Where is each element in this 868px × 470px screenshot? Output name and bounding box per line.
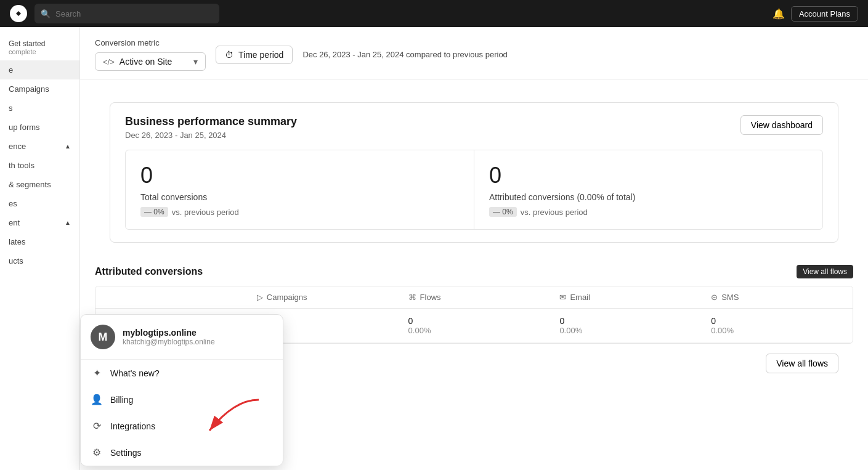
- user-popup: M myblogtips.online khatchig@myblogtips.…: [80, 314, 283, 466]
- menu-item-whats-new[interactable]: ✦ What's new?: [81, 360, 283, 386]
- sidebar-item-get-started[interactable]: Get started complete: [0, 34, 79, 60]
- menu-item-billing[interactable]: 👤 Billing: [81, 386, 283, 413]
- search-bar[interactable]: 🔍: [34, 4, 219, 23]
- col-header-campaigns: ▷ Campaigns: [247, 286, 399, 308]
- search-input[interactable]: [55, 9, 213, 18]
- integrations-icon: ⟳: [91, 420, 103, 432]
- time-period-label: Time period: [238, 50, 283, 60]
- app-logo: [10, 5, 27, 22]
- flows-icon: ⌘: [408, 293, 416, 302]
- integrations-label: Integrations: [110, 421, 155, 431]
- sidebar-item-home[interactable]: e: [0, 60, 79, 79]
- user-name: myblogtips.online: [123, 328, 215, 338]
- dash-icon-2: —: [493, 208, 502, 216]
- total-conversions-change: — 0% vs. previous period: [140, 207, 459, 217]
- attributed-conversions-change: — 0% vs. previous period: [489, 207, 808, 217]
- menu-item-settings[interactable]: ⚙ Settings: [81, 439, 283, 466]
- chevron-down-icon: ▾: [193, 57, 198, 67]
- menu-item-integrations[interactable]: ⟳ Integrations: [81, 413, 283, 439]
- sidebar-item-content[interactable]: ent ▲: [0, 213, 79, 232]
- total-conversions-label: Total conversions: [140, 192, 459, 202]
- time-period-button[interactable]: ⏱ Time period: [216, 46, 293, 64]
- settings-label: Settings: [110, 448, 142, 458]
- sms-icon: ⊝: [711, 293, 718, 302]
- col-header-email: ✉ Email: [550, 286, 701, 308]
- view-dashboard-button[interactable]: View dashboard: [740, 115, 823, 135]
- view-all-flows-tooltip: View all flows: [797, 265, 853, 278]
- attributed-conversions-value: 0: [489, 163, 808, 188]
- conversion-metric-section: Conversion metric </> Active on Site ▾: [95, 38, 206, 71]
- code-icon: </>: [103, 57, 115, 67]
- summary-title-group: Business performance summary Dec 26, 202…: [125, 115, 297, 140]
- account-plans-button[interactable]: Account Plans: [791, 6, 858, 22]
- summary-date: Dec 26, 2023 - Jan 25, 2024: [125, 131, 297, 140]
- dash-icon: —: [144, 208, 153, 216]
- sidebar-item-products[interactable]: ucts: [0, 251, 79, 270]
- vs-text: vs. previous period: [172, 208, 239, 217]
- col-header-flows: ⌘ Flows: [399, 286, 550, 308]
- attributed-header: Attributed conversions View all flows: [95, 255, 853, 286]
- conversion-metric-bar: Conversion metric </> Active on Site ▾ ⏱…: [80, 27, 868, 80]
- col-header-channel: [95, 286, 247, 308]
- campaigns-icon: ▷: [257, 293, 263, 302]
- total-conversions-value: 0: [140, 163, 459, 188]
- user-info: myblogtips.online khatchig@myblogtips.on…: [123, 328, 215, 346]
- summary-header: Business performance summary Dec 26, 202…: [125, 115, 823, 140]
- view-all-flows-button-bottom[interactable]: View all flows: [766, 354, 838, 373]
- table-header: ▷ Campaigns ⌘ Flows ✉ Email ⊝ SMS: [95, 286, 853, 309]
- col-header-sms: ⊝ SMS: [701, 286, 853, 308]
- user-popup-header: M myblogtips.online khatchig@myblogtips.…: [81, 315, 283, 360]
- cell-sms: 0 0.00%: [701, 309, 853, 342]
- total-conversions-metric: 0 Total conversions — 0% vs. previous pe…: [126, 150, 474, 229]
- date-range-text: Dec 26, 2023 - Jan 25, 2024 compared to …: [302, 49, 507, 61]
- sidebar-item-campaigns[interactable]: Campaigns: [0, 79, 79, 99]
- nav-right-actions: 🔔 Account Plans: [773, 6, 858, 22]
- vs-text-2: vs. previous period: [521, 208, 588, 217]
- summary-section: Business performance summary Dec 26, 202…: [80, 80, 868, 243]
- billing-icon: 👤: [91, 394, 103, 405]
- attributed-conversions-label: Attributed conversions (0.00% of total): [489, 192, 808, 202]
- sidebar-item-profiles[interactable]: es: [0, 194, 79, 213]
- top-navigation: 🔍 🔔 Account Plans: [0, 0, 868, 27]
- timer-icon: ⏱: [225, 50, 233, 60]
- sidebar: Get started complete e Campaigns s up fo…: [0, 27, 80, 470]
- conversion-metric-selector[interactable]: </> Active on Site ▾: [95, 52, 206, 71]
- change-badge: — 0%: [140, 207, 168, 217]
- cell-email: 0 0.00%: [550, 309, 701, 342]
- notifications-icon[interactable]: 🔔: [773, 8, 785, 20]
- sidebar-item-growth-tools[interactable]: th tools: [0, 156, 79, 175]
- avatar: M: [91, 325, 115, 349]
- attributed-conversions-metric: 0 Attributed conversions (0.00% of total…: [474, 150, 822, 229]
- metric-selector-value: Active on Site: [120, 57, 172, 67]
- billing-label: Billing: [110, 395, 133, 405]
- chevron-up-icon: ▲: [65, 143, 71, 150]
- cell-flows: 0 0.00%: [399, 309, 550, 342]
- sidebar-item-intelligence[interactable]: ence ▲: [0, 137, 79, 156]
- sidebar-item-signup-forms[interactable]: up forms: [0, 118, 79, 137]
- search-icon: 🔍: [41, 9, 51, 18]
- summary-title: Business performance summary: [125, 115, 297, 128]
- email-icon: ✉: [559, 293, 566, 302]
- business-summary-card: Business performance summary Dec 26, 202…: [110, 102, 838, 243]
- conversion-metric-label: Conversion metric: [95, 38, 206, 47]
- sidebar-item-flows[interactable]: s: [0, 99, 79, 118]
- sidebar-item-templates[interactable]: lates: [0, 232, 79, 251]
- sidebar-item-lists-segments[interactable]: & segments: [0, 175, 79, 194]
- whats-new-label: What's new?: [110, 368, 160, 378]
- attributed-title: Attributed conversions: [95, 266, 203, 277]
- whats-new-icon: ✦: [91, 367, 103, 379]
- change-badge-2: — 0%: [489, 207, 517, 217]
- metrics-row: 0 Total conversions — 0% vs. previous pe…: [125, 150, 823, 230]
- settings-icon: ⚙: [91, 447, 103, 458]
- chevron-up-icon-2: ▲: [65, 219, 71, 226]
- user-email: khatchig@myblogtips.online: [123, 338, 215, 346]
